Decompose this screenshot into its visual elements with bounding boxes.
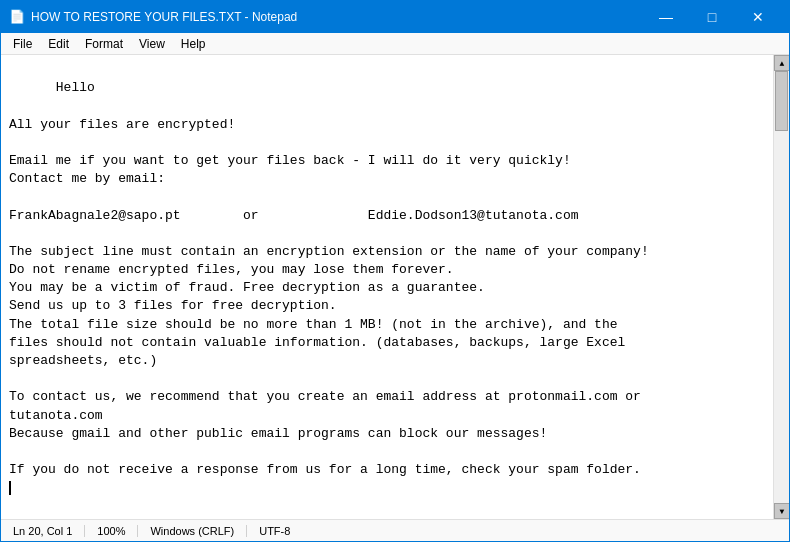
scroll-up-button[interactable]: ▲ <box>774 55 789 71</box>
menu-view[interactable]: View <box>131 35 173 53</box>
encoding: UTF-8 <box>247 525 302 537</box>
minimize-button[interactable]: — <box>643 1 689 33</box>
window-controls: — □ ✕ <box>643 1 781 33</box>
text-cursor <box>9 481 11 495</box>
line-ending: Windows (CRLF) <box>138 525 247 537</box>
text-editor[interactable]: Hello All your files are encrypted! Emai… <box>1 55 773 519</box>
menu-file[interactable]: File <box>5 35 40 53</box>
menubar: File Edit Format View Help <box>1 33 789 55</box>
scrollbar-thumb[interactable] <box>775 71 788 131</box>
editor-area: Hello All your files are encrypted! Emai… <box>1 55 789 519</box>
maximize-button[interactable]: □ <box>689 1 735 33</box>
statusbar: Ln 20, Col 1 100% Windows (CRLF) UTF-8 <box>1 519 789 541</box>
app-icon: 📄 <box>9 9 25 25</box>
close-button[interactable]: ✕ <box>735 1 781 33</box>
menu-format[interactable]: Format <box>77 35 131 53</box>
scroll-down-button[interactable]: ▼ <box>774 503 789 519</box>
zoom-level: 100% <box>85 525 138 537</box>
scrollbar-track-area[interactable] <box>774 71 789 503</box>
vertical-scrollbar[interactable]: ▲ ▼ <box>773 55 789 519</box>
notepad-window: 📄 HOW TO RESTORE YOUR FILES.TXT - Notepa… <box>0 0 790 542</box>
menu-edit[interactable]: Edit <box>40 35 77 53</box>
titlebar: 📄 HOW TO RESTORE YOUR FILES.TXT - Notepa… <box>1 1 789 33</box>
cursor-position: Ln 20, Col 1 <box>9 525 85 537</box>
window-title: HOW TO RESTORE YOUR FILES.TXT - Notepad <box>31 10 643 24</box>
editor-text: Hello All your files are encrypted! Emai… <box>9 80 649 477</box>
menu-help[interactable]: Help <box>173 35 214 53</box>
